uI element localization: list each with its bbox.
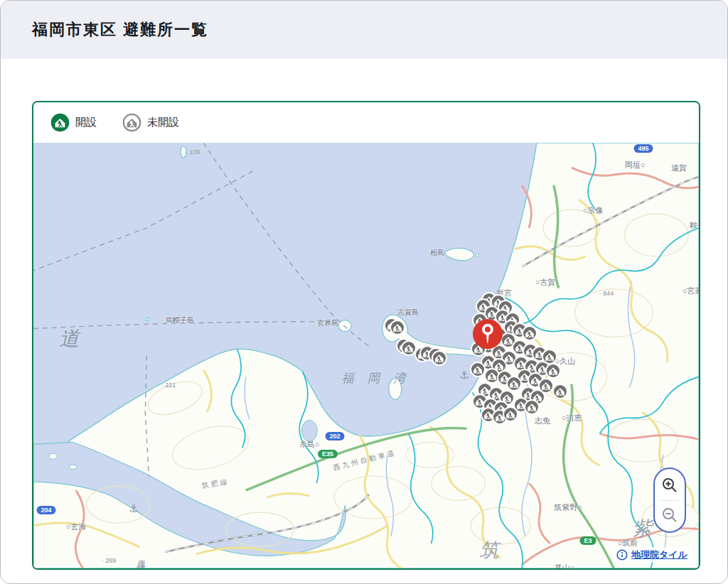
- legend-item-unopened: 未開設: [122, 113, 179, 132]
- shelter-marker-unopened[interactable]: [545, 363, 562, 379]
- map-overlay: 道福 岡 湾唐津筑紫相島玄界島烏帽子島志賀島新宮○古賀岡垣○遠賀○宗像鞍手○宮若…: [33, 143, 699, 568]
- map-attribution: 地理院タイル: [612, 547, 692, 563]
- rail-road-label: 西九州自動車道: [332, 448, 397, 473]
- elevation-label: 109: [186, 148, 200, 156]
- shelter-open-icon: [50, 113, 70, 132]
- zoom-control: [653, 467, 686, 533]
- place-label: 遠賀: [671, 163, 687, 173]
- island-label: 烏帽子島: [166, 315, 194, 325]
- route-badge: 495: [633, 144, 653, 153]
- place-label: ○宮若: [682, 286, 699, 296]
- map-symbol: ⚓: [129, 502, 138, 515]
- shelter-marker-unopened[interactable]: [524, 399, 540, 416]
- zoom-in-icon: [660, 476, 679, 494]
- island-label: 相島: [430, 248, 444, 258]
- app-window: 福岡市東区 避難所一覧 開設: [0, 0, 728, 584]
- island-label: 志賀島: [397, 308, 419, 318]
- page-title: 福岡市東区 避難所一覧: [32, 19, 208, 40]
- place-label: 鞍手: [690, 220, 699, 231]
- legend-open-label: 開設: [75, 116, 97, 129]
- elevation-label: 844: [599, 290, 614, 297]
- zoom-out-button[interactable]: [659, 504, 680, 526]
- island-label: 玄界島: [317, 318, 338, 328]
- route-badge: 204: [36, 506, 55, 514]
- info-icon: [616, 549, 628, 561]
- route-badge: 202: [325, 432, 344, 440]
- place-label: 筑紫野○: [554, 502, 582, 513]
- page-header: 福岡市東区 避難所一覧: [1, 1, 727, 59]
- place-label: 志免: [535, 416, 550, 426]
- shelter-marker-unopened[interactable]: [503, 406, 519, 423]
- shelter-marker-unopened[interactable]: [552, 384, 569, 400]
- place-label: ○宗像: [583, 205, 604, 216]
- map-symbol: ⚓: [459, 369, 469, 382]
- route-badge: E3: [579, 536, 596, 545]
- selected-shelter-marker[interactable]: [472, 318, 504, 350]
- zoom-control-divider: [660, 500, 679, 501]
- route-badge: E35: [318, 450, 338, 458]
- place-label: 岡垣○: [625, 160, 646, 171]
- legend-item-open: 開設: [50, 113, 97, 132]
- legend-unopened-label: 未開設: [147, 116, 179, 129]
- place-label: 糸島○: [299, 439, 320, 450]
- sea-label: 道: [60, 325, 85, 352]
- place-label: 基山○: [555, 563, 575, 569]
- rail-road-label: 筑肥線: [201, 477, 230, 491]
- shelter-marker-unopened[interactable]: [432, 350, 448, 367]
- elevation-label: 269: [102, 557, 117, 564]
- region-label: 筑: [480, 537, 499, 563]
- attribution-link[interactable]: 地理院タイル: [631, 548, 687, 561]
- shelter-unopened-icon: [122, 113, 141, 132]
- zoom-in-button[interactable]: [659, 475, 680, 496]
- shelter-marker-unopened[interactable]: [390, 320, 406, 336]
- place-label: ○須恵: [562, 413, 582, 423]
- sea-label: 唐津: [134, 552, 146, 562]
- elevation-label: 221: [161, 382, 176, 389]
- place-label: ○古賀: [535, 277, 556, 288]
- legend: 開設 未開設: [33, 102, 699, 143]
- map-card: 開設 未開設: [32, 101, 700, 570]
- map[interactable]: 道福 岡 湾唐津筑紫相島玄界島烏帽子島志賀島新宮○古賀岡垣○遠賀○宗像鞍手○宮若…: [33, 143, 699, 568]
- place-label: ○玄海: [66, 521, 87, 532]
- sea-label: 福 岡 湾: [342, 370, 411, 386]
- zoom-out-icon: [660, 506, 679, 524]
